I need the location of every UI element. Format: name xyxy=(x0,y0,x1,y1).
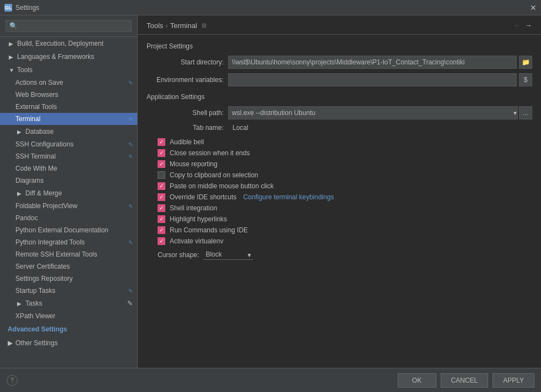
sidebar-item-external-tools[interactable]: External Tools xyxy=(0,101,137,113)
breadcrumb-root[interactable]: Tools xyxy=(147,21,163,30)
env-variables-edit-button[interactable]: $ xyxy=(519,73,532,86)
cursor-shape-select-wrap: Block Underline Vertical Bar ▼ xyxy=(203,249,253,260)
env-variables-input[interactable] xyxy=(228,73,517,86)
footer-right: OK CANCEL APPLY xyxy=(398,373,535,388)
checkbox-highlight-hyperlinks-icon[interactable] xyxy=(158,215,165,223)
content-header: Tools › Terminal ⊞ ← → xyxy=(138,15,541,35)
sidebar-item-xpath-viewer[interactable]: XPath Viewer xyxy=(0,310,137,322)
checkbox-shell-integration[interactable]: Shell integration xyxy=(158,204,532,212)
shell-more-button[interactable]: … xyxy=(519,106,532,119)
sidebar-item-label: Other Settings xyxy=(15,339,58,347)
sidebar-item-python-integrated-tools[interactable]: Python Integrated Tools ✎ xyxy=(0,236,137,248)
sidebar-item-remote-ssh-external-tools[interactable]: Remote SSH External Tools xyxy=(0,248,137,260)
checkbox-shell-integration-icon[interactable] xyxy=(158,204,165,212)
checkbox-run-commands-ide-label: Run Commands using IDE xyxy=(170,226,248,234)
search-bar[interactable] xyxy=(0,15,137,37)
help-button[interactable]: ? xyxy=(7,375,18,386)
start-directory-input[interactable] xyxy=(228,56,517,69)
sidebar-item-foldable-projectview[interactable]: Foldable ProjectView ✎ xyxy=(0,200,137,212)
edit-icon: ✎ xyxy=(128,141,133,148)
checkbox-paste-middle-label: Paste on middle mouse button click xyxy=(170,182,274,190)
checkbox-paste-middle[interactable]: Paste on middle mouse button click xyxy=(158,182,532,190)
cursor-shape-row: Cursor shape: Block Underline Vertical B… xyxy=(147,249,532,260)
sidebar: ▶ Build, Execution, Deployment ▶ Languag… xyxy=(0,15,138,368)
sidebar-item-tasks[interactable]: ▶ Tasks ✎ xyxy=(0,297,137,310)
sidebar-item-python-external-documentation[interactable]: Python External Documentation xyxy=(0,224,137,236)
edit-icon: ✎ xyxy=(128,116,133,122)
sidebar-item-code-with-me[interactable]: Code With Me xyxy=(0,162,137,175)
env-variables-label: Environment variables: xyxy=(147,76,224,84)
shell-path-input-wrap: wsl.exe --distribution Ubuntu ▼ … xyxy=(228,106,532,119)
sidebar-item-label: Advanced Settings xyxy=(8,325,67,333)
breadcrumb-current: Terminal xyxy=(170,21,197,30)
checkbox-copy-clipboard[interactable]: Copy to clipboard on selection xyxy=(158,171,532,179)
sidebar-item-label: Code With Me xyxy=(15,165,57,172)
sidebar-item-label: Database xyxy=(25,128,53,135)
arrow-icon: ▼ xyxy=(9,67,14,73)
configure-keybindings-link[interactable]: Configure terminal keybindings xyxy=(243,193,334,201)
checkbox-highlight-hyperlinks[interactable]: Highlight hyperlinks xyxy=(158,215,532,223)
checkbox-shell-integration-label: Shell integration xyxy=(170,204,217,212)
sidebar-item-label: SSH Terminal xyxy=(15,153,56,160)
checkbox-override-ide-icon[interactable] xyxy=(158,193,165,201)
tab-name-label: Tab name: xyxy=(147,124,224,132)
start-directory-label: Start directory: xyxy=(147,58,224,66)
checkbox-mouse-reporting-icon[interactable] xyxy=(158,160,165,168)
sidebar-item-label: External Tools xyxy=(15,103,57,111)
close-button[interactable]: ✕ xyxy=(530,4,537,12)
sidebar-item-terminal[interactable]: Terminal ✎ xyxy=(0,113,137,125)
ok-button[interactable]: OK xyxy=(398,373,436,388)
sidebar-item-label: Startup Tasks xyxy=(15,287,55,295)
sidebar-item-build-execution[interactable]: ▶ Build, Execution, Deployment xyxy=(0,37,137,50)
app-icon: GL xyxy=(4,4,12,12)
start-directory-browse-button[interactable]: 📁 xyxy=(519,56,532,69)
checkbox-run-commands-ide[interactable]: Run Commands using IDE xyxy=(158,226,532,234)
sidebar-item-label: Diff & Merge xyxy=(25,189,62,197)
checkbox-audible-bell-icon[interactable] xyxy=(158,138,165,146)
start-directory-input-wrap: 📁 xyxy=(228,56,532,69)
search-input[interactable] xyxy=(6,20,132,32)
sidebar-item-startup-tasks[interactable]: Startup Tasks ✎ xyxy=(0,285,137,297)
sidebar-item-settings-repository[interactable]: Settings Repository xyxy=(0,273,137,285)
sidebar-item-label: Build, Execution, Deployment xyxy=(17,40,104,47)
shell-path-dropdown[interactable]: wsl.exe --distribution Ubuntu xyxy=(228,106,518,119)
sidebar-item-web-browsers[interactable]: Web Browsers xyxy=(0,89,137,101)
sidebar-item-label: Settings Repository xyxy=(15,275,73,282)
cancel-button[interactable]: CANCEL xyxy=(441,373,489,388)
cursor-shape-select[interactable]: Block Underline Vertical Bar xyxy=(203,249,253,260)
sidebar-item-other-settings[interactable]: ▶ Other Settings xyxy=(0,336,137,350)
sidebar-item-diagrams[interactable]: Diagrams xyxy=(0,175,137,187)
checkbox-close-session[interactable]: Close session when it ends xyxy=(158,149,532,157)
sidebar-item-ssh-configurations[interactable]: SSH Configurations ✎ xyxy=(0,138,137,150)
checkbox-activate-virtualenv-icon[interactable] xyxy=(158,237,165,245)
checkbox-copy-clipboard-icon[interactable] xyxy=(158,171,165,179)
sidebar-item-ssh-terminal[interactable]: SSH Terminal ✎ xyxy=(0,150,137,162)
checkbox-activate-virtualenv[interactable]: Activate virtualenv xyxy=(158,237,532,245)
sidebar-item-diff-merge[interactable]: ▶ Diff & Merge xyxy=(0,187,137,200)
edit-icon: ✎ xyxy=(128,154,133,160)
sidebar-item-label: Terminal xyxy=(15,115,40,123)
sidebar-item-pandoc[interactable]: Pandoc xyxy=(0,212,137,224)
sidebar-item-server-certificates[interactable]: Server Certificates xyxy=(0,260,137,273)
sidebar-item-advanced-settings[interactable]: Advanced Settings xyxy=(0,322,137,336)
sidebar-item-label: SSH Configurations xyxy=(15,140,73,148)
sidebar-item-label: Pandoc xyxy=(15,214,38,222)
window-title: Settings xyxy=(15,4,39,12)
sidebar-item-label: Actions on Save xyxy=(15,79,63,86)
sidebar-item-database[interactable]: ▶ Database xyxy=(0,125,137,138)
checkbox-mouse-reporting[interactable]: Mouse reporting xyxy=(158,160,532,168)
checkbox-override-ide[interactable]: Override IDE shortcuts Configure termina… xyxy=(158,193,532,201)
sidebar-item-actions-on-save[interactable]: Actions on Save ✎ xyxy=(0,77,137,89)
checkbox-paste-middle-icon[interactable] xyxy=(158,182,165,190)
apply-button[interactable]: APPLY xyxy=(493,373,534,388)
back-button[interactable]: ← xyxy=(513,21,521,30)
checkbox-run-commands-ide-icon[interactable] xyxy=(158,226,165,234)
forward-button[interactable]: → xyxy=(524,21,532,30)
sidebar-item-languages-frameworks[interactable]: ▶ Languages & Frameworks xyxy=(0,50,137,63)
sidebar-item-label: Python Integrated Tools xyxy=(15,238,85,246)
checkbox-audible-bell[interactable]: Audible bell xyxy=(158,138,532,146)
pin-icon[interactable]: ⊞ xyxy=(202,22,207,29)
checkbox-close-session-icon[interactable] xyxy=(158,149,165,157)
footer-left: ? xyxy=(7,375,18,386)
sidebar-item-tools[interactable]: ▼ Tools xyxy=(0,63,137,77)
